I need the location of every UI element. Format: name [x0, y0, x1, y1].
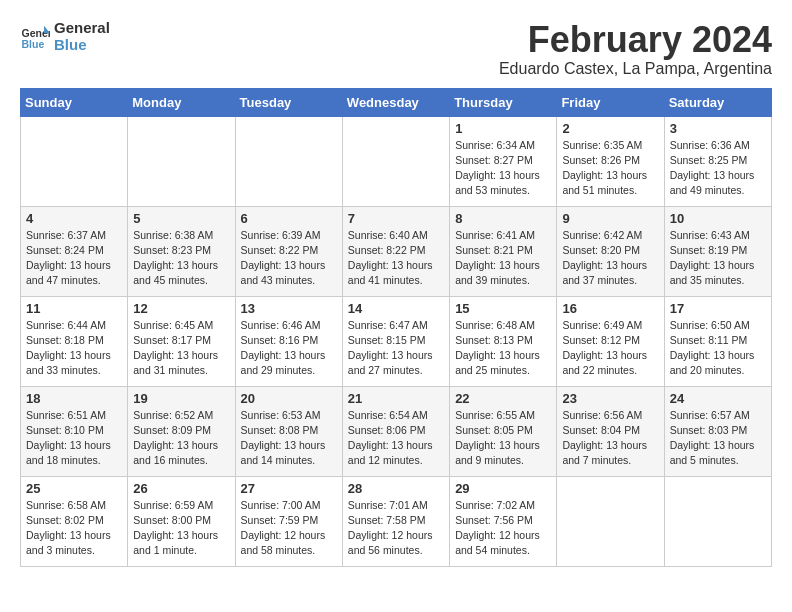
day-number: 7 [348, 211, 444, 226]
title-section: February 2024 Eduardo Castex, La Pampa, … [499, 20, 772, 78]
day-number: 16 [562, 301, 658, 316]
day-number: 10 [670, 211, 766, 226]
calendar-header: SundayMondayTuesdayWednesdayThursdayFrid… [21, 88, 772, 116]
day-info: Sunrise: 6:44 AM Sunset: 8:18 PM Dayligh… [26, 318, 122, 379]
day-number: 24 [670, 391, 766, 406]
day-number: 27 [241, 481, 337, 496]
weekday-header: Monday [128, 88, 235, 116]
calendar-cell: 23Sunrise: 6:56 AM Sunset: 8:04 PM Dayli… [557, 386, 664, 476]
calendar-table: SundayMondayTuesdayWednesdayThursdayFrid… [20, 88, 772, 567]
calendar-cell: 12Sunrise: 6:45 AM Sunset: 8:17 PM Dayli… [128, 296, 235, 386]
weekday-header: Saturday [664, 88, 771, 116]
day-number: 21 [348, 391, 444, 406]
calendar-subtitle: Eduardo Castex, La Pampa, Argentina [499, 60, 772, 78]
logo-general: General [54, 20, 110, 37]
day-number: 18 [26, 391, 122, 406]
weekday-header: Wednesday [342, 88, 449, 116]
logo-icon: General Blue [20, 22, 50, 52]
day-number: 8 [455, 211, 551, 226]
day-number: 2 [562, 121, 658, 136]
day-number: 25 [26, 481, 122, 496]
day-number: 11 [26, 301, 122, 316]
page-header: General Blue General Blue February 2024 … [20, 20, 772, 78]
day-number: 29 [455, 481, 551, 496]
day-info: Sunrise: 6:58 AM Sunset: 8:02 PM Dayligh… [26, 498, 122, 559]
day-info: Sunrise: 6:37 AM Sunset: 8:24 PM Dayligh… [26, 228, 122, 289]
calendar-cell: 20Sunrise: 6:53 AM Sunset: 8:08 PM Dayli… [235, 386, 342, 476]
calendar-cell: 3Sunrise: 6:36 AM Sunset: 8:25 PM Daylig… [664, 116, 771, 206]
day-info: Sunrise: 6:38 AM Sunset: 8:23 PM Dayligh… [133, 228, 229, 289]
calendar-cell: 17Sunrise: 6:50 AM Sunset: 8:11 PM Dayli… [664, 296, 771, 386]
calendar-cell: 25Sunrise: 6:58 AM Sunset: 8:02 PM Dayli… [21, 476, 128, 566]
day-info: Sunrise: 6:47 AM Sunset: 8:15 PM Dayligh… [348, 318, 444, 379]
day-info: Sunrise: 6:35 AM Sunset: 8:26 PM Dayligh… [562, 138, 658, 199]
day-info: Sunrise: 6:45 AM Sunset: 8:17 PM Dayligh… [133, 318, 229, 379]
calendar-cell: 21Sunrise: 6:54 AM Sunset: 8:06 PM Dayli… [342, 386, 449, 476]
day-info: Sunrise: 6:56 AM Sunset: 8:04 PM Dayligh… [562, 408, 658, 469]
calendar-cell [235, 116, 342, 206]
day-info: Sunrise: 6:53 AM Sunset: 8:08 PM Dayligh… [241, 408, 337, 469]
calendar-cell: 6Sunrise: 6:39 AM Sunset: 8:22 PM Daylig… [235, 206, 342, 296]
day-info: Sunrise: 6:50 AM Sunset: 8:11 PM Dayligh… [670, 318, 766, 379]
calendar-cell: 27Sunrise: 7:00 AM Sunset: 7:59 PM Dayli… [235, 476, 342, 566]
weekday-header: Friday [557, 88, 664, 116]
day-info: Sunrise: 7:00 AM Sunset: 7:59 PM Dayligh… [241, 498, 337, 559]
day-number: 14 [348, 301, 444, 316]
calendar-cell: 28Sunrise: 7:01 AM Sunset: 7:58 PM Dayli… [342, 476, 449, 566]
day-number: 23 [562, 391, 658, 406]
day-info: Sunrise: 6:57 AM Sunset: 8:03 PM Dayligh… [670, 408, 766, 469]
day-info: Sunrise: 6:34 AM Sunset: 8:27 PM Dayligh… [455, 138, 551, 199]
day-info: Sunrise: 7:01 AM Sunset: 7:58 PM Dayligh… [348, 498, 444, 559]
calendar-week-row: 1Sunrise: 6:34 AM Sunset: 8:27 PM Daylig… [21, 116, 772, 206]
day-number: 17 [670, 301, 766, 316]
weekday-header: Sunday [21, 88, 128, 116]
day-number: 3 [670, 121, 766, 136]
day-info: Sunrise: 6:36 AM Sunset: 8:25 PM Dayligh… [670, 138, 766, 199]
day-info: Sunrise: 6:54 AM Sunset: 8:06 PM Dayligh… [348, 408, 444, 469]
day-number: 5 [133, 211, 229, 226]
calendar-cell: 19Sunrise: 6:52 AM Sunset: 8:09 PM Dayli… [128, 386, 235, 476]
day-info: Sunrise: 7:02 AM Sunset: 7:56 PM Dayligh… [455, 498, 551, 559]
svg-text:Blue: Blue [22, 38, 45, 50]
calendar-cell: 29Sunrise: 7:02 AM Sunset: 7:56 PM Dayli… [450, 476, 557, 566]
calendar-cell: 13Sunrise: 6:46 AM Sunset: 8:16 PM Dayli… [235, 296, 342, 386]
day-number: 26 [133, 481, 229, 496]
calendar-cell: 9Sunrise: 6:42 AM Sunset: 8:20 PM Daylig… [557, 206, 664, 296]
day-info: Sunrise: 6:42 AM Sunset: 8:20 PM Dayligh… [562, 228, 658, 289]
day-number: 15 [455, 301, 551, 316]
calendar-week-row: 18Sunrise: 6:51 AM Sunset: 8:10 PM Dayli… [21, 386, 772, 476]
calendar-cell [342, 116, 449, 206]
day-number: 20 [241, 391, 337, 406]
calendar-cell: 7Sunrise: 6:40 AM Sunset: 8:22 PM Daylig… [342, 206, 449, 296]
day-info: Sunrise: 6:49 AM Sunset: 8:12 PM Dayligh… [562, 318, 658, 379]
day-info: Sunrise: 6:59 AM Sunset: 8:00 PM Dayligh… [133, 498, 229, 559]
calendar-week-row: 4Sunrise: 6:37 AM Sunset: 8:24 PM Daylig… [21, 206, 772, 296]
day-info: Sunrise: 6:41 AM Sunset: 8:21 PM Dayligh… [455, 228, 551, 289]
day-info: Sunrise: 6:40 AM Sunset: 8:22 PM Dayligh… [348, 228, 444, 289]
day-info: Sunrise: 6:52 AM Sunset: 8:09 PM Dayligh… [133, 408, 229, 469]
calendar-cell: 22Sunrise: 6:55 AM Sunset: 8:05 PM Dayli… [450, 386, 557, 476]
day-info: Sunrise: 6:39 AM Sunset: 8:22 PM Dayligh… [241, 228, 337, 289]
calendar-cell: 16Sunrise: 6:49 AM Sunset: 8:12 PM Dayli… [557, 296, 664, 386]
day-number: 6 [241, 211, 337, 226]
calendar-title: February 2024 [499, 20, 772, 60]
calendar-week-row: 11Sunrise: 6:44 AM Sunset: 8:18 PM Dayli… [21, 296, 772, 386]
calendar-week-row: 25Sunrise: 6:58 AM Sunset: 8:02 PM Dayli… [21, 476, 772, 566]
calendar-cell: 11Sunrise: 6:44 AM Sunset: 8:18 PM Dayli… [21, 296, 128, 386]
calendar-cell: 5Sunrise: 6:38 AM Sunset: 8:23 PM Daylig… [128, 206, 235, 296]
day-number: 9 [562, 211, 658, 226]
calendar-cell: 24Sunrise: 6:57 AM Sunset: 8:03 PM Dayli… [664, 386, 771, 476]
day-info: Sunrise: 6:46 AM Sunset: 8:16 PM Dayligh… [241, 318, 337, 379]
weekday-row: SundayMondayTuesdayWednesdayThursdayFrid… [21, 88, 772, 116]
day-number: 1 [455, 121, 551, 136]
calendar-cell: 26Sunrise: 6:59 AM Sunset: 8:00 PM Dayli… [128, 476, 235, 566]
day-info: Sunrise: 6:51 AM Sunset: 8:10 PM Dayligh… [26, 408, 122, 469]
day-number: 22 [455, 391, 551, 406]
day-number: 13 [241, 301, 337, 316]
calendar-cell: 14Sunrise: 6:47 AM Sunset: 8:15 PM Dayli… [342, 296, 449, 386]
calendar-body: 1Sunrise: 6:34 AM Sunset: 8:27 PM Daylig… [21, 116, 772, 566]
day-number: 4 [26, 211, 122, 226]
calendar-cell: 4Sunrise: 6:37 AM Sunset: 8:24 PM Daylig… [21, 206, 128, 296]
calendar-cell [557, 476, 664, 566]
weekday-header: Thursday [450, 88, 557, 116]
